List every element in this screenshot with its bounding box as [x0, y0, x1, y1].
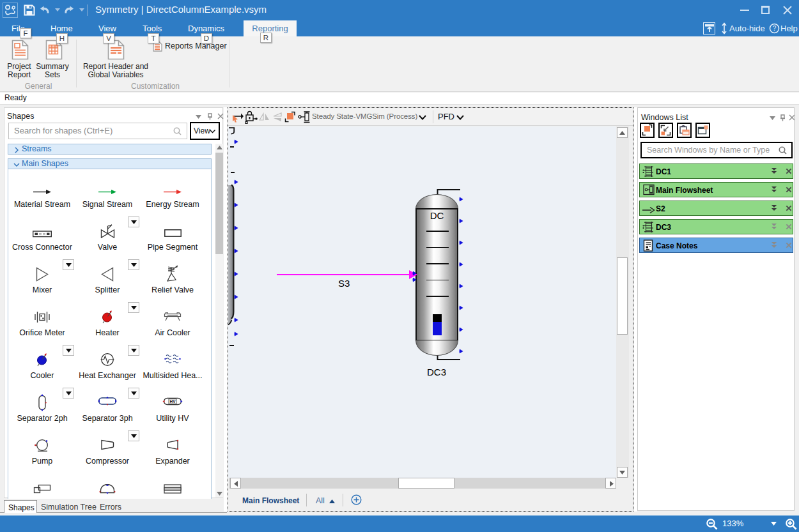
svg-text:?: ?	[773, 25, 777, 32]
svg-text:HV: HV	[169, 399, 176, 404]
